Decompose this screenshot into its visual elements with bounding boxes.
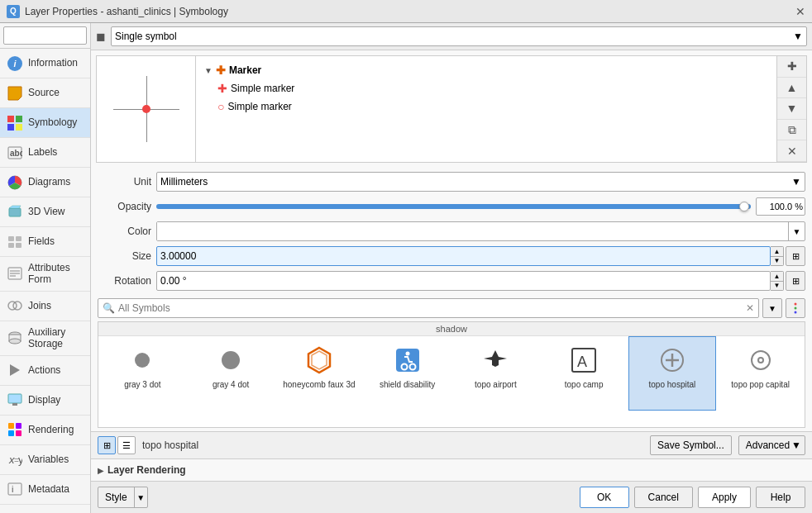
sidebar-item-variables[interactable]: x=y Variables: [0, 445, 90, 475]
rotation-input[interactable]: [156, 271, 771, 291]
sidebar-item-joins[interactable]: Joins: [0, 292, 90, 321]
symbol-grid-wrapper[interactable]: shadow gray 3 dot gray 4 dot: [98, 321, 805, 428]
symbol-cell-topo-pop-capital[interactable]: topo pop capital: [716, 336, 805, 411]
labels-icon: abc: [7, 145, 23, 161]
sidebar-item-label: Actions: [28, 364, 60, 376]
sidebar-item-labels[interactable]: abc Labels: [0, 138, 90, 168]
symbol-name: honeycomb faux 3d: [283, 380, 355, 390]
svg-marker-41: [312, 351, 327, 369]
sidebar-item-rendering[interactable]: Rendering: [0, 416, 90, 445]
rotation-decrement-button[interactable]: ▼: [771, 282, 783, 291]
svg-rect-3: [7, 124, 14, 131]
sidebar-item-source[interactable]: Source: [0, 78, 90, 108]
add-symbol-button[interactable]: ✚: [777, 56, 806, 78]
sidebar-item-attributes-form[interactable]: Attributes Form: [0, 257, 90, 292]
cancel-button[interactable]: Cancel: [634, 487, 693, 508]
display-icon: [7, 392, 23, 408]
rotation-increment-button[interactable]: ▲: [771, 272, 783, 282]
help-button[interactable]: Help: [756, 487, 805, 508]
duplicate-button[interactable]: ⧉: [777, 120, 806, 141]
sidebar-search-input[interactable]: [3, 26, 87, 45]
symbol-cell-honeycomb-faux-3d[interactable]: honeycomb faux 3d: [275, 336, 364, 411]
source-icon: [7, 85, 23, 102]
sidebar-item-3dview[interactable]: 3D View: [0, 197, 90, 227]
unit-select[interactable]: Millimeters ▼: [156, 172, 805, 192]
symbol-type-icon: ◼: [96, 30, 106, 43]
titlebar: Q Layer Properties - ashanti_clinics | S…: [0, 0, 812, 23]
fields-icon: [7, 234, 23, 250]
symbol-cell-gray-3-dot[interactable]: gray 3 dot: [98, 336, 187, 411]
sidebar-item-display[interactable]: Display: [0, 386, 90, 416]
sidebar-item-information[interactable]: i Information: [0, 49, 90, 78]
opacity-control: [156, 197, 805, 216]
style-dropdown[interactable]: Style ▼: [98, 487, 148, 508]
svg-point-43: [405, 352, 409, 356]
tree-item-simple-circle[interactable]: ○ Simple marker: [201, 97, 771, 116]
symbol-cell-topo-camp[interactable]: A topo camp: [540, 336, 628, 411]
toolbar-row: ◼ Single symbol ▼: [91, 23, 812, 50]
sidebar-item-metadata[interactable]: i Metadata: [0, 475, 90, 505]
rotation-expression-button[interactable]: ⊞: [786, 271, 805, 291]
sidebar-item-diagrams[interactable]: Diagrams: [0, 168, 90, 197]
size-expression-button[interactable]: ⊞: [786, 246, 805, 266]
size-decrement-button[interactable]: ▼: [771, 257, 783, 266]
rotation-row: Rotation ▲ ▼ ⊞: [98, 270, 805, 292]
style-arrow-button[interactable]: ▼: [134, 487, 147, 507]
content-area: ◼ Single symbol ▼ ▼ ✚ Marker: [91, 23, 812, 513]
close-button[interactable]: ✕: [795, 5, 805, 18]
advanced-button[interactable]: Advanced ▼: [738, 435, 805, 455]
color-picker[interactable]: ▼: [156, 221, 805, 241]
symbol-tree: ▼ ✚ Marker ✚ Simple marker ○ Simple mark…: [196, 56, 776, 162]
sidebar-item-label: Symbology: [28, 116, 77, 128]
svg-rect-26: [8, 423, 14, 429]
sidebar-item-fields[interactable]: Fields: [0, 227, 90, 257]
color-control: ▼: [156, 221, 805, 241]
selected-symbol-name: topo hospital: [142, 439, 643, 451]
marker-icon: ✚: [216, 64, 226, 77]
svg-rect-24: [8, 394, 21, 403]
titlebar-left: Q Layer Properties - ashanti_clinics | S…: [7, 5, 228, 18]
svg-point-19: [13, 302, 21, 310]
list-view-button[interactable]: ☰: [117, 436, 136, 454]
svg-rect-4: [16, 124, 22, 131]
section-title: Layer Rendering: [107, 464, 186, 476]
titlebar-title: Layer Properties - ashanti_clinics | Sym…: [25, 6, 228, 17]
apply-button[interactable]: Apply: [698, 487, 751, 508]
sidebar-search-box[interactable]: [0, 23, 90, 49]
move-up-button[interactable]: ▲: [777, 78, 806, 99]
opacity-slider[interactable]: [156, 204, 751, 209]
tree-item-marker[interactable]: ▼ ✚ Marker: [201, 61, 771, 79]
search-clear-button[interactable]: ✕: [746, 302, 754, 314]
svg-rect-2: [16, 116, 22, 122]
svg-rect-10: [8, 236, 14, 241]
svg-point-51: [752, 351, 770, 369]
sidebar-item-symbology[interactable]: Symbology: [0, 108, 90, 138]
search-dropdown-button[interactable]: ▼: [762, 298, 782, 318]
svg-text:i: i: [12, 484, 13, 494]
remove-button[interactable]: ✕: [777, 140, 806, 162]
search-config-button[interactable]: [786, 298, 805, 318]
sidebar-item-label: 3D View: [28, 206, 64, 217]
size-input[interactable]: [156, 246, 771, 266]
move-down-button[interactable]: ▼: [777, 98, 806, 120]
opacity-value-input[interactable]: [756, 197, 805, 216]
sidebar-item-auxiliary-storage[interactable]: Auxiliary Storage: [0, 321, 90, 356]
symbol-cell-gray-4-dot[interactable]: gray 4 dot: [187, 336, 275, 411]
svg-rect-29: [16, 430, 21, 436]
save-symbol-button[interactable]: Save Symbol...: [650, 435, 732, 455]
ok-button[interactable]: OK: [580, 487, 629, 508]
layer-rendering-header[interactable]: ▶ Layer Rendering: [98, 463, 805, 477]
symbol-type-dropdown[interactable]: Single symbol ▼: [111, 26, 807, 46]
tree-item-simple-red[interactable]: ✚ Simple marker: [201, 79, 771, 97]
symbol-cell-topo-airport[interactable]: topo airport: [451, 336, 540, 411]
grid-view-button[interactable]: ⊞: [98, 436, 116, 454]
size-increment-button[interactable]: ▲: [771, 247, 783, 257]
dialog-footer: Style ▼ OK Cancel Apply Help: [91, 481, 812, 513]
svg-point-37: [795, 311, 797, 314]
symbol-cell-topo-hospital[interactable]: topo hospital: [628, 336, 717, 411]
symbol-search-area: 🔍 ✕ ▼ shadow: [91, 295, 812, 431]
symbol-search-input[interactable]: [98, 298, 759, 318]
sidebar-item-actions[interactable]: Actions: [0, 356, 90, 386]
sidebar-item-label: Rendering: [28, 424, 74, 435]
symbol-cell-shield-disability[interactable]: shield disability: [363, 336, 451, 411]
